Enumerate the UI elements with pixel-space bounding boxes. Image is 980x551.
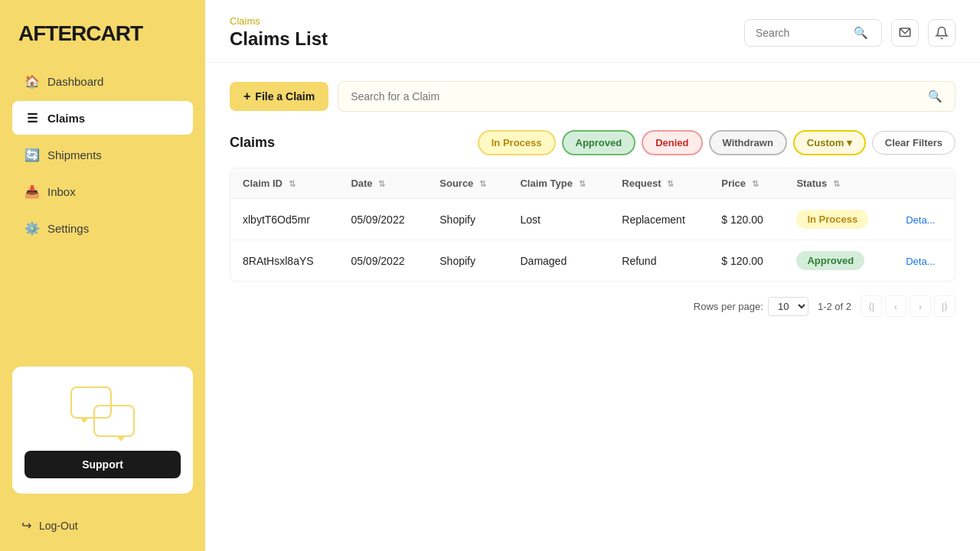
col-date-label: Date	[351, 178, 372, 189]
col-claim-id[interactable]: Claim ID ⇅	[230, 168, 338, 199]
support-illustration	[64, 385, 141, 439]
shipments-icon: 🔄	[24, 147, 40, 162]
sort-icon-price: ⇅	[752, 179, 759, 188]
cell-date-0: 05/09/2022	[338, 199, 427, 240]
filter-clear[interactable]: Clear Filters	[872, 131, 956, 155]
cell-request-1: Refund	[609, 240, 709, 282]
filter-denied[interactable]: Denied	[642, 130, 702, 155]
page-info: 1-2 of 2	[818, 301, 851, 312]
col-source[interactable]: Source ⇅	[427, 168, 508, 199]
claims-section-title: Claims	[230, 135, 275, 151]
cell-price-0: $ 120.00	[709, 199, 784, 240]
detail-link-0[interactable]: Deta...	[906, 214, 935, 226]
claims-table: Claim ID ⇅ Date ⇅ Source ⇅ Claim Type	[230, 168, 955, 281]
bell-icon-button[interactable]	[928, 19, 956, 47]
sidebar-item-shipments[interactable]: 🔄 Shipments	[12, 138, 193, 171]
file-claim-button[interactable]: + File a Claim	[230, 82, 328, 111]
cell-claim-type-1: Damaged	[508, 240, 609, 282]
col-actions	[893, 168, 955, 199]
dashboard-icon: 🏠	[24, 73, 40, 89]
col-date[interactable]: Date ⇅	[338, 168, 427, 199]
header-search-input[interactable]	[756, 27, 848, 39]
prev-page-button[interactable]: ‹	[885, 295, 906, 317]
rows-per-page-label: Rows per page:	[694, 301, 763, 312]
sort-icon-status: ⇅	[833, 179, 840, 188]
last-page-button[interactable]: |⟩	[934, 295, 956, 317]
message-icon-button[interactable]	[891, 19, 919, 47]
cell-detail-0[interactable]: Deta...	[893, 199, 955, 240]
header-search-icon: 🔍	[854, 26, 868, 40]
settings-icon: ⚙️	[24, 220, 40, 236]
filter-buttons: In Process Approved Denied Withdrawn Cus…	[478, 130, 956, 155]
filter-in-process[interactable]: In Process	[478, 130, 556, 155]
main-content: Claims Claims List 🔍 + File a Claim	[205, 0, 980, 551]
status-badge-0: In Process	[796, 210, 868, 229]
table-row: xlbytT6Od5mr 05/09/2022 Shopify Lost Rep…	[230, 199, 955, 240]
col-status[interactable]: Status ⇅	[784, 168, 893, 199]
col-price[interactable]: Price ⇅	[709, 168, 784, 199]
sidebar-item-label-dashboard: Dashboard	[47, 75, 103, 88]
col-request[interactable]: Request ⇅	[609, 168, 709, 199]
sidebar-item-label-settings: Settings	[47, 222, 89, 235]
cell-price-1: $ 120.00	[709, 240, 784, 282]
cell-claim-id-0: xlbytT6Od5mr	[230, 199, 338, 240]
page-nav: ⟨| ‹ › |⟩	[861, 295, 956, 317]
content-area: + File a Claim 🔍 Claims In Process Appro…	[205, 63, 980, 551]
inbox-icon: 📥	[24, 184, 40, 199]
header-actions: 🔍	[744, 19, 956, 47]
header: Claims Claims List 🔍	[205, 0, 980, 63]
logout-icon: ↪	[21, 518, 31, 533]
search-claim-box[interactable]: 🔍	[338, 81, 956, 112]
logout-label: Log-Out	[39, 520, 78, 532]
col-request-label: Request	[622, 178, 661, 189]
sidebar-item-label-shipments: Shipments	[47, 148, 102, 161]
cell-status-0: In Process	[784, 199, 893, 240]
detail-link-1[interactable]: Deta...	[906, 256, 935, 267]
col-source-label: Source	[439, 178, 473, 189]
sort-icon-claim-id: ⇅	[289, 179, 296, 188]
sidebar-item-dashboard[interactable]: 🏠 Dashboard	[12, 64, 193, 98]
table-header-row: Claim ID ⇅ Date ⇅ Source ⇅ Claim Type	[230, 168, 955, 199]
next-page-button[interactable]: ›	[910, 295, 931, 317]
logout-button[interactable]: ↪ Log-Out	[0, 506, 205, 551]
rows-per-page-select[interactable]: 10 25 50	[768, 297, 808, 316]
file-claim-label: File a Claim	[255, 90, 315, 103]
message-icon	[898, 26, 912, 40]
sidebar-item-inbox[interactable]: 📥 Inbox	[12, 174, 193, 208]
cell-claim-type-0: Lost	[508, 199, 609, 240]
header-search-box[interactable]: 🔍	[744, 19, 882, 47]
sort-icon-date: ⇅	[378, 179, 385, 188]
sidebar-item-claims[interactable]: ☰ Claims	[12, 101, 193, 135]
claims-table-container: Claim ID ⇅ Date ⇅ Source ⇅ Claim Type	[230, 168, 956, 282]
breadcrumb: Claims	[230, 15, 328, 27]
col-status-label: Status	[796, 178, 827, 189]
bell-icon	[935, 26, 949, 40]
cell-request-0: Replacement	[609, 199, 709, 240]
filter-custom[interactable]: Custom ▾	[793, 130, 866, 155]
support-card: Support	[12, 367, 193, 494]
sidebar-item-label-claims: Claims	[47, 112, 85, 125]
claims-header: Claims In Process Approved Denied Withdr…	[230, 130, 956, 155]
sort-icon-request: ⇅	[667, 179, 674, 188]
cell-source-1: Shopify	[427, 240, 508, 282]
col-claim-id-label: Claim ID	[243, 178, 283, 189]
col-claim-type-label: Claim Type	[520, 178, 572, 189]
first-page-button[interactable]: ⟨|	[861, 295, 882, 317]
cell-detail-1[interactable]: Deta...	[893, 240, 955, 282]
cell-source-0: Shopify	[427, 199, 508, 240]
sidebar-item-label-inbox: Inbox	[47, 185, 76, 198]
cell-status-1: Approved	[784, 240, 893, 282]
sort-icon-source: ⇅	[479, 179, 486, 188]
col-claim-type[interactable]: Claim Type ⇅	[508, 168, 609, 199]
filter-withdrawn[interactable]: Withdrawn	[709, 130, 787, 155]
search-claim-icon: 🔍	[928, 90, 942, 103]
sidebar-item-settings[interactable]: ⚙️ Settings	[12, 211, 193, 245]
filter-approved[interactable]: Approved	[562, 130, 636, 155]
sidebar: AFTERCART 🏠 Dashboard ☰ Claims 🔄 Shipmen…	[0, 0, 205, 551]
table-row: 8RAtHsxl8aYS 05/09/2022 Shopify Damaged …	[230, 240, 955, 282]
plus-icon: +	[243, 90, 250, 103]
cell-date-1: 05/09/2022	[338, 240, 427, 282]
toolbar: + File a Claim 🔍	[230, 81, 956, 112]
search-claim-input[interactable]	[351, 90, 922, 103]
support-button[interactable]: Support	[24, 451, 181, 478]
